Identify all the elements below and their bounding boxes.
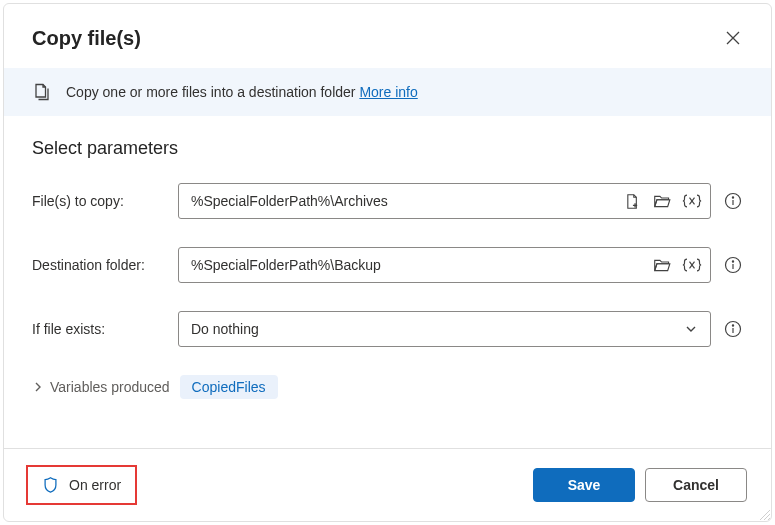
svg-point-3	[732, 261, 733, 262]
field-row-destination-folder: Destination folder:	[32, 247, 743, 283]
close-icon	[726, 31, 740, 45]
variable-icon	[682, 257, 702, 273]
info-icon	[724, 320, 742, 338]
resize-grip[interactable]	[757, 507, 771, 521]
copy-icon	[32, 82, 52, 102]
variables-produced-label: Variables produced	[50, 379, 170, 395]
chevron-right-icon	[32, 381, 44, 393]
destination-folder-input-box[interactable]	[178, 247, 711, 283]
field-row-if-file-exists: If file exists: Do nothing	[32, 311, 743, 347]
file-picker-icon	[624, 193, 641, 210]
select-file-button[interactable]	[622, 191, 642, 211]
if-file-exists-select[interactable]: Do nothing	[178, 311, 711, 347]
info-text: Copy one or more files into a destinatio…	[66, 84, 418, 100]
variable-picker-button[interactable]	[682, 255, 702, 275]
files-to-copy-input-box[interactable]	[178, 183, 711, 219]
close-button[interactable]	[719, 24, 747, 52]
variables-produced-toggle[interactable]: Variables produced	[32, 379, 170, 395]
more-info-link[interactable]: More info	[359, 84, 417, 100]
variables-produced-row: Variables produced CopiedFiles	[32, 375, 743, 399]
variable-icon	[682, 193, 702, 209]
cancel-button[interactable]: Cancel	[645, 468, 747, 502]
variable-picker-button[interactable]	[682, 191, 702, 211]
copy-files-dialog: Copy file(s) Copy one or more files into…	[3, 3, 772, 522]
variable-chip-copiedfiles[interactable]: CopiedFiles	[180, 375, 278, 399]
files-to-copy-label: File(s) to copy:	[32, 193, 162, 209]
shield-icon	[42, 476, 59, 494]
field-row-files-to-copy: File(s) to copy:	[32, 183, 743, 219]
dialog-content: Select parameters File(s) to copy:	[4, 116, 771, 448]
dialog-header: Copy file(s)	[4, 4, 771, 68]
files-to-copy-input[interactable]	[191, 193, 614, 209]
save-button[interactable]: Save	[533, 468, 635, 502]
if-file-exists-value: Do nothing	[191, 321, 259, 337]
section-title: Select parameters	[32, 138, 743, 159]
on-error-label: On error	[69, 477, 121, 493]
info-icon	[724, 256, 742, 274]
browse-folder-button[interactable]	[652, 191, 672, 211]
info-bar: Copy one or more files into a destinatio…	[4, 68, 771, 116]
if-file-exists-info[interactable]	[723, 319, 743, 339]
footer-actions: Save Cancel	[533, 468, 747, 502]
destination-folder-info[interactable]	[723, 255, 743, 275]
if-file-exists-label: If file exists:	[32, 321, 162, 337]
on-error-highlight: On error	[26, 465, 137, 505]
folder-open-icon	[653, 193, 672, 210]
browse-folder-button[interactable]	[652, 255, 672, 275]
files-to-copy-info[interactable]	[723, 191, 743, 211]
dialog-title: Copy file(s)	[32, 27, 141, 50]
destination-folder-label: Destination folder:	[32, 257, 162, 273]
destination-folder-input[interactable]	[191, 257, 644, 273]
on-error-button[interactable]: On error	[34, 470, 129, 500]
svg-point-1	[732, 197, 733, 198]
folder-open-icon	[653, 257, 672, 274]
svg-point-5	[732, 325, 733, 326]
dialog-footer: On error Save Cancel	[4, 448, 771, 521]
chevron-down-icon	[684, 322, 698, 336]
info-icon	[724, 192, 742, 210]
